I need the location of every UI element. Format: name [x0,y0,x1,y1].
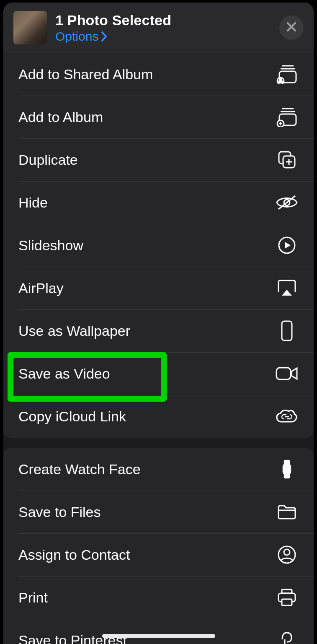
svg-rect-20 [283,464,291,474]
hide-icon [275,191,299,214]
row-wallpaper[interactable]: Use as Wallpaper [3,309,314,352]
row-label: Save to Files [18,504,101,520]
row-save-to-pinterest[interactable]: Save to Pinterest [3,619,314,644]
print-icon [275,586,299,609]
selected-photo-thumbnail[interactable] [13,11,47,44]
row-label: Create Watch Face [18,461,141,478]
options-label: Options [55,29,98,44]
row-label: Print [18,589,48,606]
svg-point-25 [284,549,290,555]
action-group-2: Create Watch Face Save to Files [3,448,314,644]
row-add-shared-album[interactable]: Add to Shared Album [3,53,314,96]
folder-icon [275,500,299,524]
action-list: Add to Shared Album Add to Album [3,53,314,644]
wallpaper-icon [275,319,299,343]
video-icon [275,362,299,385]
row-airplay[interactable]: AirPlay [3,267,314,309]
watch-icon [275,457,299,481]
icloud-link-icon [275,405,299,428]
home-indicator[interactable] [102,634,215,638]
svg-rect-28 [282,599,292,605]
row-slideshow[interactable]: Slideshow [3,224,314,267]
row-print[interactable]: Print [3,576,314,619]
row-label: Hide [18,195,48,211]
row-create-watch-face[interactable]: Create Watch Face [3,448,314,491]
add-album-icon [275,105,299,129]
header-text-block: 1 Photo Selected Options [55,12,279,44]
row-label: Assign to Contact [18,547,130,563]
row-copy-icloud-link[interactable]: Copy iCloud Link [3,395,314,438]
share-sheet: 1 Photo Selected Options Add to S [3,3,314,644]
row-assign-to-contact[interactable]: Assign to Contact [3,533,314,576]
close-icon [286,21,297,34]
options-button[interactable]: Options [55,29,108,44]
row-label: Slideshow [18,237,83,254]
svg-rect-18 [282,321,292,340]
row-label: AirPlay [18,280,64,296]
contact-icon [275,543,299,566]
close-button[interactable] [279,16,304,40]
row-add-album[interactable]: Add to Album [3,96,314,138]
shared-album-icon [275,62,299,86]
pinterest-icon [275,628,299,644]
row-label: Use as Wallpaper [18,323,130,339]
row-label: Duplicate [18,152,78,168]
action-group-1: Add to Shared Album Add to Album [3,53,314,438]
slideshow-icon [275,234,299,257]
chevron-right-icon [101,31,108,42]
row-duplicate[interactable]: Duplicate [3,138,314,181]
row-label: Add to Album [18,109,103,125]
duplicate-icon [275,148,299,171]
row-label: Save as Video [18,366,110,382]
svg-rect-21 [284,460,289,464]
svg-rect-22 [284,474,289,478]
share-sheet-header: 1 Photo Selected Options [3,3,314,53]
row-save-to-files[interactable]: Save to Files [3,491,314,533]
airplay-icon [275,276,299,300]
svg-rect-19 [276,368,291,379]
row-label: Copy iCloud Link [18,408,126,425]
row-label: Add to Shared Album [18,66,153,83]
row-save-as-video[interactable]: Save as Video [3,352,314,395]
selection-title: 1 Photo Selected [55,12,279,29]
row-hide[interactable]: Hide [3,181,314,224]
